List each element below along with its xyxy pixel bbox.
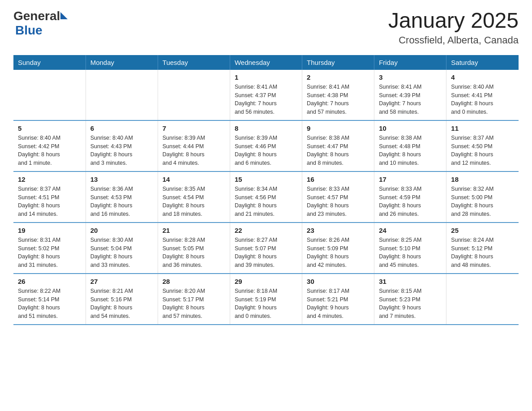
calendar-subtitle: Crossfield, Alberta, Canada	[388, 34, 519, 46]
calendar-title: January 2025	[388, 9, 519, 33]
day-number: 14	[163, 176, 225, 183]
day-number: 12	[18, 176, 81, 183]
week-row-1: 1Sunrise: 8:41 AM Sunset: 4:37 PM Daylig…	[13, 70, 519, 120]
day-number: 18	[451, 176, 514, 183]
day-number: 3	[379, 73, 442, 81]
day-number: 8	[235, 124, 297, 132]
weekday-header-sunday: Sunday	[13, 55, 86, 70]
logo: General Blue	[13, 9, 68, 38]
day-number: 22	[235, 227, 297, 234]
day-info: Sunrise: 8:39 AM Sunset: 4:44 PM Dayligh…	[163, 134, 225, 167]
day-number: 28	[163, 278, 225, 285]
day-number: 26	[18, 278, 81, 285]
calendar-cell: 25Sunrise: 8:24 AM Sunset: 5:12 PM Dayli…	[446, 223, 519, 274]
calendar-cell: 30Sunrise: 8:17 AM Sunset: 5:21 PM Dayli…	[302, 274, 374, 325]
calendar-cell: 15Sunrise: 8:34 AM Sunset: 4:56 PM Dayli…	[230, 171, 302, 223]
day-number: 13	[90, 176, 153, 183]
calendar-cell: 9Sunrise: 8:38 AM Sunset: 4:47 PM Daylig…	[302, 120, 374, 171]
page-header: General Blue January 2025 Crossfield, Al…	[13, 9, 519, 46]
day-info: Sunrise: 8:39 AM Sunset: 4:46 PM Dayligh…	[235, 134, 297, 167]
day-info: Sunrise: 8:27 AM Sunset: 5:07 PM Dayligh…	[235, 236, 297, 270]
day-info: Sunrise: 8:34 AM Sunset: 4:56 PM Dayligh…	[235, 185, 297, 218]
day-number: 10	[379, 124, 442, 132]
day-info: Sunrise: 8:31 AM Sunset: 5:02 PM Dayligh…	[18, 236, 81, 270]
calendar-cell: 4Sunrise: 8:40 AM Sunset: 4:41 PM Daylig…	[446, 70, 519, 120]
day-info: Sunrise: 8:36 AM Sunset: 4:53 PM Dayligh…	[90, 185, 153, 218]
calendar-cell	[86, 70, 158, 120]
weekday-header-wednesday: Wednesday	[230, 55, 302, 70]
weekday-header-saturday: Saturday	[446, 55, 519, 70]
day-info: Sunrise: 8:41 AM Sunset: 4:37 PM Dayligh…	[235, 83, 297, 116]
day-info: Sunrise: 8:21 AM Sunset: 5:16 PM Dayligh…	[90, 287, 153, 321]
day-info: Sunrise: 8:35 AM Sunset: 4:54 PM Dayligh…	[163, 185, 225, 218]
day-number: 1	[235, 73, 297, 81]
logo-blue-text: Blue	[15, 23, 43, 37]
day-info: Sunrise: 8:30 AM Sunset: 5:04 PM Dayligh…	[90, 236, 153, 270]
calendar-cell: 7Sunrise: 8:39 AM Sunset: 4:44 PM Daylig…	[158, 120, 230, 171]
calendar-cell: 14Sunrise: 8:35 AM Sunset: 4:54 PM Dayli…	[158, 171, 230, 223]
calendar-cell: 6Sunrise: 8:40 AM Sunset: 4:43 PM Daylig…	[86, 120, 158, 171]
day-info: Sunrise: 8:25 AM Sunset: 5:10 PM Dayligh…	[379, 236, 442, 270]
day-number: 4	[451, 73, 514, 81]
calendar-cell: 24Sunrise: 8:25 AM Sunset: 5:10 PM Dayli…	[374, 223, 446, 274]
week-row-4: 19Sunrise: 8:31 AM Sunset: 5:02 PM Dayli…	[13, 223, 519, 274]
weekday-header-tuesday: Tuesday	[158, 55, 230, 70]
calendar-cell: 23Sunrise: 8:26 AM Sunset: 5:09 PM Dayli…	[302, 223, 374, 274]
calendar-cell: 29Sunrise: 8:18 AM Sunset: 5:19 PM Dayli…	[230, 274, 302, 325]
day-info: Sunrise: 8:33 AM Sunset: 4:57 PM Dayligh…	[307, 185, 369, 218]
day-number: 19	[18, 227, 81, 234]
calendar-cell: 31Sunrise: 8:15 AM Sunset: 5:23 PM Dayli…	[374, 274, 446, 325]
day-info: Sunrise: 8:17 AM Sunset: 5:21 PM Dayligh…	[307, 287, 369, 321]
calendar-cell: 26Sunrise: 8:22 AM Sunset: 5:14 PM Dayli…	[13, 274, 86, 325]
day-info: Sunrise: 8:40 AM Sunset: 4:43 PM Dayligh…	[90, 134, 153, 167]
day-info: Sunrise: 8:37 AM Sunset: 4:51 PM Dayligh…	[18, 185, 81, 218]
calendar-header: SundayMondayTuesdayWednesdayThursdayFrid…	[13, 55, 519, 70]
calendar-cell: 16Sunrise: 8:33 AM Sunset: 4:57 PM Dayli…	[302, 171, 374, 223]
day-number: 23	[307, 227, 369, 234]
day-number: 20	[90, 227, 153, 234]
day-number: 27	[90, 278, 153, 285]
day-info: Sunrise: 8:41 AM Sunset: 4:38 PM Dayligh…	[307, 83, 369, 116]
calendar-cell: 27Sunrise: 8:21 AM Sunset: 5:16 PM Dayli…	[86, 274, 158, 325]
day-info: Sunrise: 8:33 AM Sunset: 4:59 PM Dayligh…	[379, 185, 442, 218]
calendar-cell	[13, 70, 86, 120]
day-info: Sunrise: 8:22 AM Sunset: 5:14 PM Dayligh…	[18, 287, 81, 321]
calendar-cell: 3Sunrise: 8:41 AM Sunset: 4:39 PM Daylig…	[374, 70, 446, 120]
day-number: 29	[235, 278, 297, 285]
calendar-table: SundayMondayTuesdayWednesdayThursdayFrid…	[13, 55, 519, 325]
calendar-cell	[446, 274, 519, 325]
day-info: Sunrise: 8:40 AM Sunset: 4:41 PM Dayligh…	[451, 83, 514, 116]
day-number: 17	[379, 176, 442, 183]
weekday-header-monday: Monday	[86, 55, 158, 70]
weekday-header-row: SundayMondayTuesdayWednesdayThursdayFrid…	[13, 55, 519, 70]
calendar-cell: 10Sunrise: 8:38 AM Sunset: 4:48 PM Dayli…	[374, 120, 446, 171]
day-number: 30	[307, 278, 369, 285]
logo-general-text: General	[13, 9, 60, 23]
calendar-cell: 21Sunrise: 8:28 AM Sunset: 5:05 PM Dayli…	[158, 223, 230, 274]
day-info: Sunrise: 8:20 AM Sunset: 5:17 PM Dayligh…	[163, 287, 225, 321]
calendar-cell: 1Sunrise: 8:41 AM Sunset: 4:37 PM Daylig…	[230, 70, 302, 120]
day-number: 31	[379, 278, 442, 285]
day-info: Sunrise: 8:37 AM Sunset: 4:50 PM Dayligh…	[451, 134, 514, 167]
calendar-cell: 12Sunrise: 8:37 AM Sunset: 4:51 PM Dayli…	[13, 171, 86, 223]
day-info: Sunrise: 8:26 AM Sunset: 5:09 PM Dayligh…	[307, 236, 369, 270]
calendar-cell	[158, 70, 230, 120]
calendar-cell: 17Sunrise: 8:33 AM Sunset: 4:59 PM Dayli…	[374, 171, 446, 223]
calendar-cell: 19Sunrise: 8:31 AM Sunset: 5:02 PM Dayli…	[13, 223, 86, 274]
week-row-2: 5Sunrise: 8:40 AM Sunset: 4:42 PM Daylig…	[13, 120, 519, 171]
logo-triangle-icon	[60, 12, 68, 19]
day-number: 21	[163, 227, 225, 234]
day-info: Sunrise: 8:18 AM Sunset: 5:19 PM Dayligh…	[235, 287, 297, 321]
day-number: 16	[307, 176, 369, 183]
calendar-cell: 13Sunrise: 8:36 AM Sunset: 4:53 PM Dayli…	[86, 171, 158, 223]
day-info: Sunrise: 8:24 AM Sunset: 5:12 PM Dayligh…	[451, 236, 514, 270]
day-info: Sunrise: 8:40 AM Sunset: 4:42 PM Dayligh…	[18, 134, 81, 167]
day-number: 2	[307, 73, 369, 81]
day-info: Sunrise: 8:41 AM Sunset: 4:39 PM Dayligh…	[379, 83, 442, 116]
day-number: 6	[90, 124, 153, 132]
calendar-title-block: January 2025 Crossfield, Alberta, Canada	[388, 9, 519, 46]
calendar-cell: 11Sunrise: 8:37 AM Sunset: 4:50 PM Dayli…	[446, 120, 519, 171]
week-row-5: 26Sunrise: 8:22 AM Sunset: 5:14 PM Dayli…	[13, 274, 519, 325]
week-row-3: 12Sunrise: 8:37 AM Sunset: 4:51 PM Dayli…	[13, 171, 519, 223]
day-info: Sunrise: 8:15 AM Sunset: 5:23 PM Dayligh…	[379, 287, 442, 321]
